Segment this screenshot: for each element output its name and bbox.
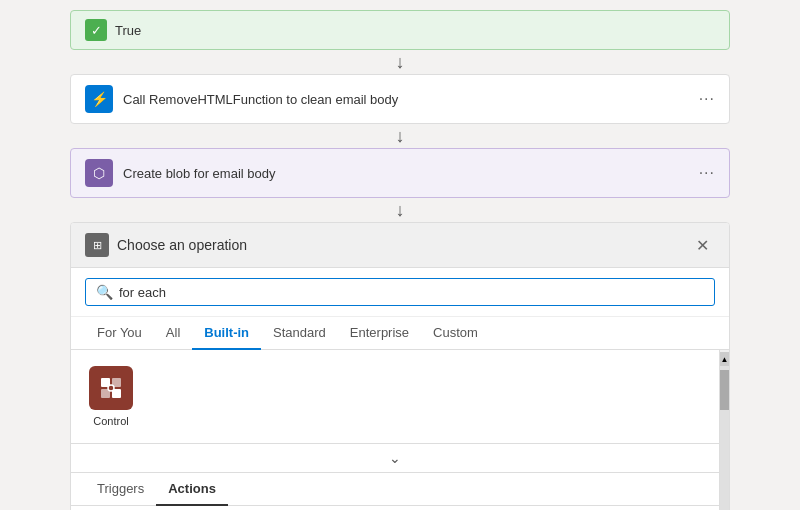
action-left-2: ⬡ Create blob for email body [85,159,275,187]
true-block: ✓ True [70,10,730,50]
call-remove-title: Call RemoveHTMLFunction to clean email b… [123,92,398,107]
svg-point-4 [108,385,114,391]
choose-panel-close-button[interactable]: ✕ [690,234,715,257]
true-label: True [115,23,141,38]
connectors-area: Control [71,350,719,444]
tab-built-in[interactable]: Built-in [192,317,261,350]
create-blob-action[interactable]: ⬡ Create blob for email body ··· [70,148,730,198]
arrow-1: ↓ [396,50,405,74]
arrow-3: ↓ [396,198,405,222]
scroll-thumb[interactable] [720,370,730,410]
choose-panel: ⊞ Choose an operation ✕ 🔍 For You All Bu… [70,222,730,510]
sub-tab-triggers[interactable]: Triggers [85,473,156,506]
connector-control-label: Control [93,415,128,427]
search-input[interactable] [119,285,704,300]
expand-row: ⌄ [71,444,719,473]
search-input-wrap: 🔍 [85,278,715,306]
tab-for-you[interactable]: For You [85,317,154,350]
panel-body: Control ⌄ Triggers Actions [71,350,729,510]
create-blob-title: Create blob for email body [123,166,275,181]
category-tabs: For You All Built-in Standard Enterprise… [71,317,729,350]
expand-chevron-icon[interactable]: ⌄ [389,450,401,466]
call-remove-more[interactable]: ··· [699,90,715,108]
choose-panel-title: Choose an operation [117,237,247,253]
arrow-2: ↓ [396,124,405,148]
panel-main: Control ⌄ Triggers Actions [71,350,719,510]
scrollbar: ▲ ▼ [719,350,729,510]
tab-standard[interactable]: Standard [261,317,338,350]
sub-tab-actions[interactable]: Actions [156,473,228,506]
connector-control[interactable]: Control [85,362,137,431]
flow-wrapper: ✓ True ↓ ⚡ Call RemoveHTMLFunction to cl… [70,10,730,510]
choose-header-left: ⊞ Choose an operation [85,233,247,257]
create-blob-more[interactable]: ··· [699,164,715,182]
action-left: ⚡ Call RemoveHTMLFunction to clean email… [85,85,398,113]
call-remove-action[interactable]: ⚡ Call RemoveHTMLFunction to clean email… [70,74,730,124]
call-remove-icon: ⚡ [85,85,113,113]
sub-tabs: Triggers Actions [71,473,719,506]
choose-header: ⊞ Choose an operation ✕ [71,223,729,268]
scroll-up-button[interactable]: ▲ [720,352,730,366]
connector-control-icon [89,366,133,410]
tab-enterprise[interactable]: Enterprise [338,317,421,350]
create-blob-icon: ⬡ [85,159,113,187]
main-container: ✓ True ↓ ⚡ Call RemoveHTMLFunction to cl… [0,0,800,510]
true-check-icon: ✓ [85,19,107,41]
scroll-track [720,366,730,510]
search-bar: 🔍 [71,268,729,317]
choose-panel-icon: ⊞ [85,233,109,257]
connectors-grid: Control [85,362,705,431]
search-icon: 🔍 [96,284,113,300]
tab-custom[interactable]: Custom [421,317,490,350]
tab-all[interactable]: All [154,317,192,350]
